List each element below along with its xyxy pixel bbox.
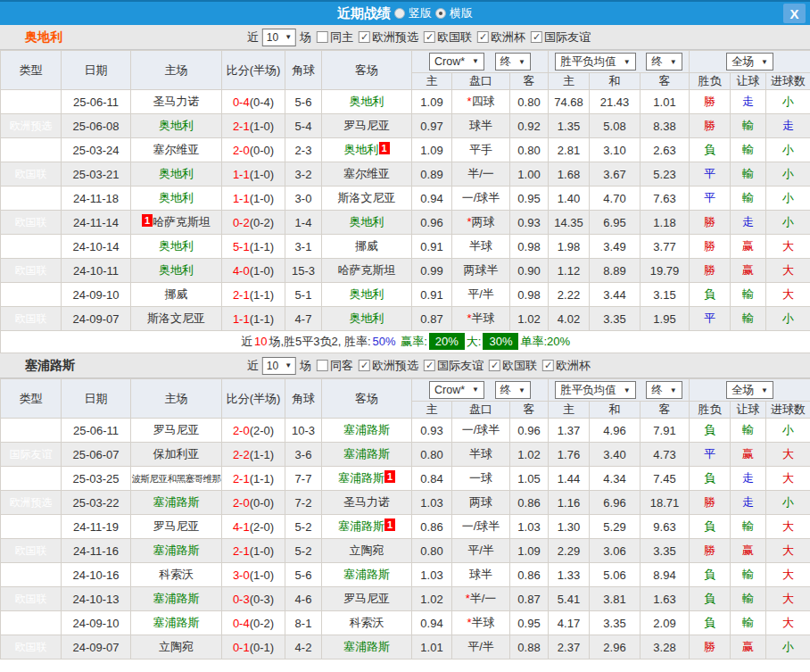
layout-radio-horizontal[interactable]: 横版 — [435, 5, 473, 21]
corners: 4-6 — [285, 587, 322, 611]
fullmatch-group-header: 全场▼ — [690, 379, 810, 402]
match-date: 24-10-16 — [62, 563, 131, 587]
filter-bar: 近 10▼ 场 同客 欧洲预选国际友谊欧国联欧洲杯 — [247, 353, 591, 377]
away-team: 斯洛文尼亚 — [322, 187, 412, 211]
result-goals: 大 — [766, 283, 810, 307]
same-away-checkbox[interactable] — [317, 360, 328, 371]
final-wdl-select[interactable]: 终▼ — [646, 381, 682, 399]
same-away-filter[interactable]: 同客 — [311, 358, 353, 374]
mean-away: 2.63 — [641, 138, 690, 162]
layout-radio-vertical[interactable]: 竖版 — [394, 5, 432, 21]
handicap-line: 两球 — [452, 491, 510, 515]
league-checkbox[interactable] — [359, 31, 370, 43]
match-type: 欧国联 — [1, 611, 62, 635]
league-filter[interactable]: 国际友谊 — [525, 29, 591, 46]
mean-home: 1.37 — [549, 419, 590, 443]
odds-home: 0.93 — [412, 419, 452, 443]
home-team: 奥地利 — [131, 114, 222, 138]
crow-select[interactable]: Crow*▼ — [429, 53, 484, 71]
same-home-checkbox[interactable] — [317, 31, 328, 43]
result-goals: 大 — [766, 515, 810, 539]
league-filter[interactable]: 欧洲杯 — [472, 29, 525, 46]
radio-icon-horizontal[interactable] — [435, 8, 446, 19]
mean-home: 2.81 — [549, 138, 590, 162]
recent-count-select[interactable]: 10▼ — [262, 357, 296, 375]
league-filter[interactable]: 国际友谊 — [418, 358, 484, 374]
close-icon[interactable]: X — [783, 4, 806, 23]
result-goals: 大 — [766, 443, 810, 467]
home-team: 1哈萨克斯坦 — [131, 211, 222, 235]
match-row: 国际友谊25-06-07保加利亚2-2(1-1)3-6塞浦路斯0.80半球1.0… — [1, 443, 810, 467]
handicap-line: 一/球半 — [452, 515, 510, 539]
fullmatch-group-header: 全场▼ — [690, 51, 810, 73]
mean-away: 8.38 — [641, 114, 690, 138]
handicap-line: 球半 — [452, 114, 510, 138]
match-date: 24-10-11 — [62, 259, 131, 283]
match-type: 欧国联 — [1, 283, 62, 307]
col-mean-home: 主 — [549, 73, 590, 90]
odds-home: 0.87 — [412, 307, 452, 331]
league-checkbox[interactable] — [359, 360, 370, 371]
match-date: 25-03-24 — [62, 138, 131, 162]
final-odds-select[interactable]: 终▼ — [495, 53, 531, 71]
match-score: 1-1(1-0) — [222, 162, 285, 187]
radio-icon-vertical[interactable] — [394, 8, 405, 19]
odds-home: 1.09 — [412, 138, 452, 162]
away-team: 科索沃 — [322, 611, 412, 635]
away-team: 罗马尼亚 — [322, 114, 412, 138]
odds-away: 0.98 — [510, 283, 549, 307]
col-type: 类型 — [1, 379, 62, 419]
corners: 7-2 — [285, 491, 322, 515]
home-team: 立陶宛 — [131, 635, 222, 660]
league-filter[interactable]: 欧国联 — [418, 29, 472, 46]
away-team: 奥地利 — [322, 283, 412, 307]
rate-badge: 30% — [483, 333, 518, 350]
result-handicap: 走 — [731, 211, 766, 235]
league-checkbox[interactable] — [542, 360, 554, 371]
match-row: 欧国联24-10-14奥地利5-1(1-1)3-1挪威0.91半球0.981.9… — [1, 235, 810, 259]
result-goals: 小 — [766, 90, 810, 114]
away-team: 奥地利 — [322, 211, 412, 235]
section-austria: 奥地利 近 10▼ 场 同主 欧洲预选欧国联欧洲杯国际友谊 — [0, 25, 810, 353]
mean-home: 1.98 — [549, 235, 590, 259]
league-checkbox[interactable] — [531, 31, 542, 43]
section-header: 奥地利 近 10▼ 场 同主 欧洲预选欧国联欧洲杯国际友谊 — [0, 25, 810, 50]
away-team: 塞浦路斯 — [322, 443, 412, 467]
wdl-mean-select[interactable]: 胜平负均值▼ — [555, 53, 635, 71]
league-filter[interactable]: 欧洲预选 — [353, 358, 418, 374]
result-wdl: 勝 — [690, 235, 731, 259]
recent-count-select[interactable]: 10▼ — [262, 29, 296, 46]
result-handicap: 赢 — [731, 635, 766, 660]
handicap-line: 两球半 — [452, 259, 510, 283]
league-checkbox[interactable] — [489, 360, 500, 371]
summary-text: 10 — [254, 335, 267, 348]
matches-table: 类型 日期 主场 比分(半场) 角球 客场 Crow*▼ 终▼ 胜平负均值▼ 终… — [0, 50, 810, 353]
mean-draw: 5.06 — [590, 563, 641, 587]
match-row: 欧国联24-11-141哈萨克斯坦0-2(0-2)1-4奥地利0.96*两球0.… — [1, 211, 810, 235]
corners: 3-2 — [285, 162, 322, 187]
final-wdl-select[interactable]: 终▼ — [646, 53, 682, 71]
mean-home: 1.40 — [549, 187, 590, 211]
mean-draw: 4.70 — [590, 187, 641, 211]
crow-select[interactable]: Crow*▼ — [429, 381, 484, 399]
section-cyprus: 塞浦路斯 近 10▼ 场 同客 欧洲预选国际友谊欧国联欧洲杯 — [0, 353, 810, 660]
final-odds-select[interactable]: 终▼ — [495, 381, 531, 399]
fullmatch-select[interactable]: 全场▼ — [726, 53, 773, 71]
same-home-filter[interactable]: 同主 — [311, 29, 353, 46]
league-checkbox[interactable] — [424, 31, 435, 43]
odds-home: 0.89 — [412, 162, 452, 187]
wdl-mean-select[interactable]: 胜平负均值▼ — [555, 381, 635, 399]
match-type: 欧国联 — [1, 138, 62, 162]
odds-away: 1.02 — [510, 443, 549, 467]
fullmatch-select[interactable]: 全场▼ — [726, 381, 773, 399]
league-filter[interactable]: 欧洲预选 — [353, 29, 418, 46]
league-checkbox[interactable] — [477, 31, 489, 43]
mean-home: 4.17 — [549, 611, 590, 635]
league-filter[interactable]: 欧洲杯 — [537, 358, 591, 374]
league-checkbox[interactable] — [424, 360, 435, 371]
match-score: 0-3(0-3) — [222, 587, 285, 611]
league-filter[interactable]: 欧国联 — [484, 358, 537, 374]
col-goals: 进球数 — [766, 402, 810, 419]
mean-home: 2.22 — [549, 283, 590, 307]
match-date: 24-11-18 — [62, 187, 131, 211]
